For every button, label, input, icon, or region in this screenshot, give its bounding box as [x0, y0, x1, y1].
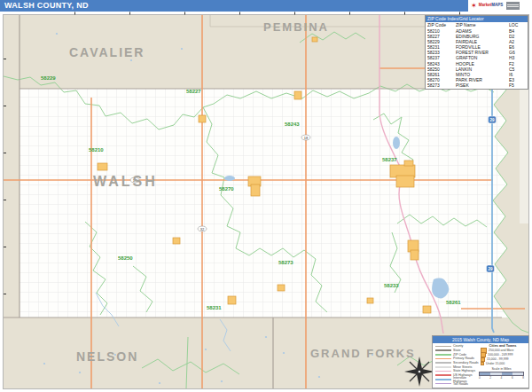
zip-label-58227: 58227 — [186, 89, 201, 94]
wall-map-page: { "title": "WALSH COUNTY, ND", "brand": … — [0, 0, 532, 392]
interstate-29-shield: 29 — [489, 116, 497, 123]
route-32-marker: 32 — [198, 226, 207, 231]
zip-label-58243: 58243 — [285, 122, 300, 127]
zip-label-58237: 58237 — [382, 157, 397, 162]
legend-title: 2015 Walsh County, ND Map — [433, 336, 528, 343]
interstate-29-shield-south: 29 — [487, 265, 495, 272]
logo-text-maps: MAPS — [491, 3, 503, 7]
zip-label-58229: 58229 — [41, 75, 56, 81]
zip-table-row: 58273PISEKF5 — [426, 82, 528, 88]
logo-badge — [506, 2, 520, 10]
zip-label-58231: 58231 — [207, 305, 222, 310]
county-label-cavalier: CAVALIER — [69, 45, 145, 59]
map-legend: 2015 Walsh County, ND Map County State Z… — [432, 335, 529, 388]
marketmaps-logo: ✶ MarketMAPS — [468, 0, 532, 12]
logo-text-market: Market — [479, 3, 492, 7]
route-18-label: 18 — [304, 136, 309, 140]
county-label-nelson: NELSON — [76, 349, 138, 364]
logo-burst-icon: ✶ — [471, 3, 477, 10]
county-label-walsh: WALSH — [93, 174, 158, 190]
scale-tick-labels: 02468 — [479, 376, 524, 380]
map-title-bar: WALSH COUNTY, ND — [0, 0, 532, 12]
scale-bar: Scale in Miles 02468 — [479, 367, 527, 380]
route-18-marker: 18 — [301, 135, 310, 140]
zip-label-58233: 58233 — [384, 283, 399, 288]
zip-label-58273: 58273 — [278, 260, 293, 265]
map-title: WALSH COUNTY, ND — [4, 1, 89, 10]
zip-label-58261: 58261 — [446, 300, 461, 305]
zip-table-title: ZIP Code Index/Grid Locator — [426, 16, 528, 22]
zip-label-58250: 58250 — [118, 255, 133, 261]
logo-text: MarketMAPS — [479, 4, 504, 8]
zip-label-58210: 58210 — [89, 147, 104, 153]
zip-code-index-table: ZIP Code Index/Grid Locator ZIP Code ZIP… — [425, 15, 528, 90]
interstate-29-label-south: 29 — [488, 267, 493, 271]
zip-label-58270: 58270 — [219, 186, 234, 192]
interstate-29-label: 29 — [489, 118, 495, 122]
county-label-grand-forks: GRAND FORKS — [310, 347, 416, 360]
county-label-pembina: PEMBINA — [263, 20, 329, 34]
legend-city-item: Under 15,000 — [479, 361, 527, 365]
route-32-label: 32 — [200, 227, 205, 231]
legend-line-items: County State ZIP Code Primary Roads Seco… — [433, 343, 479, 386]
